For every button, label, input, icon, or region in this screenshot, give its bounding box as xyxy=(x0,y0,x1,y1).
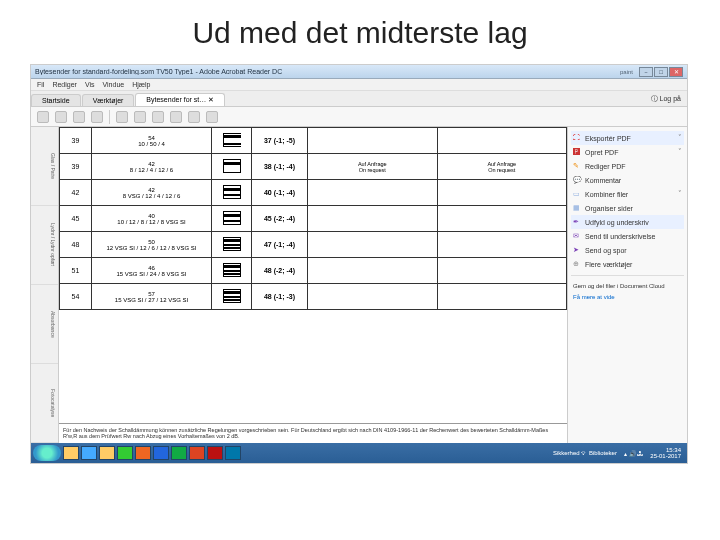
cell-left: 48 xyxy=(60,232,92,258)
cloud-link[interactable]: Få mere at vide xyxy=(571,292,684,302)
panel-item[interactable]: 💬Kommentar xyxy=(571,173,684,187)
panel-icon: ➤ xyxy=(573,246,581,254)
cell-mid: 5410 / 50 / 4 xyxy=(92,128,212,154)
cell-left: 54 xyxy=(60,284,92,310)
cell-mid: 428 VSG / 12 / 4 / 12 / 6 xyxy=(92,180,212,206)
cell-left: 42 xyxy=(60,180,92,206)
panel-label: Kombiner filer xyxy=(585,191,628,198)
window-title: Bytesender for standard-fordeling.som TV… xyxy=(35,68,620,75)
cell-value: 48 (-2; -4) xyxy=(252,258,308,284)
table-row: 545715 VSG SI / 27 / 12 VSG SI48 (-1; -3… xyxy=(60,284,567,310)
cell-value: 40 (-1; -4) xyxy=(252,180,308,206)
rail-item[interactable]: Glas / Patte xyxy=(31,127,58,206)
menu-help[interactable]: Hjælp xyxy=(132,81,150,88)
save-icon[interactable] xyxy=(37,111,49,123)
panel-item[interactable]: ➤Send og spor xyxy=(571,243,684,257)
taskbar-app-excel[interactable] xyxy=(171,446,187,460)
panel-label: Kommentar xyxy=(585,177,621,184)
panel-item[interactable]: ▭Kombiner filer˅ xyxy=(571,187,684,201)
panel-label: Opret PDF xyxy=(585,149,618,156)
panel-item[interactable]: 🅿Opret PDF˅ xyxy=(571,145,684,159)
panel-icon: 💬 xyxy=(573,176,581,184)
table-row: 514615 VSG SI / 24 / 8 VSG SI48 (-2; -4) xyxy=(60,258,567,284)
cell-pane-icon xyxy=(212,206,252,232)
panel-icon: ⛶ xyxy=(573,134,581,142)
cell-mid: 4010 / 12 / 8 / 12 / 8 VSG SI xyxy=(92,206,212,232)
cell-note2 xyxy=(437,284,567,310)
rail-item[interactable]: Fotocatalyse xyxy=(31,364,58,443)
cell-value: 45 (-2; -4) xyxy=(252,206,308,232)
tab-tools[interactable]: Værktøjer xyxy=(82,94,135,106)
cell-pane-icon xyxy=(212,180,252,206)
cell-left: 45 xyxy=(60,206,92,232)
taskbar-app-ppt[interactable] xyxy=(189,446,205,460)
cell-mid: 5715 VSG SI / 27 / 12 VSG SI xyxy=(92,284,212,310)
panel-item[interactable]: ✎Rediger PDF xyxy=(571,159,684,173)
menu-fil[interactable]: Fil xyxy=(37,81,44,88)
menu-rediger[interactable]: Rediger xyxy=(52,81,77,88)
document-view[interactable]: 395410 / 50 / 437 (-1; -5)39428 / 12 / 4… xyxy=(59,127,567,443)
info-icon: ⓘ xyxy=(651,95,658,102)
panel-item[interactable]: ▦Organiser sider xyxy=(571,201,684,215)
taskbar-app-ie[interactable] xyxy=(81,446,97,460)
toolbar xyxy=(31,107,687,127)
cell-note1: Auf AnfrageOn request xyxy=(308,154,438,180)
tab-home[interactable]: Startside xyxy=(31,94,81,106)
taskbar-app-explorer[interactable] xyxy=(63,446,79,460)
cell-pane-icon xyxy=(212,154,252,180)
login-link[interactable]: ⓘ Log på xyxy=(645,92,687,106)
minimize-button[interactable]: － xyxy=(639,67,653,77)
hand-icon[interactable] xyxy=(206,111,218,123)
slide-title: Ud med det midterste lag xyxy=(0,0,720,60)
cell-mid: 428 / 12 / 4 / 12 / 6 xyxy=(92,154,212,180)
tab-document[interactable]: Bytesender for st… ✕ xyxy=(135,93,225,106)
nav-left-icon[interactable] xyxy=(116,111,128,123)
system-tray[interactable]: Sikkerhed ᯤ Biblioteker ▴ 🔊 🖧 15:34 25-0… xyxy=(549,447,685,459)
cell-note1 xyxy=(308,206,438,232)
rail-item[interactable]: Absorbance xyxy=(31,285,58,364)
cell-left: 39 xyxy=(60,128,92,154)
taskbar: Sikkerhed ᯤ Biblioteker ▴ 🔊 🖧 15:34 25-0… xyxy=(31,443,687,463)
table-row: 39428 / 12 / 4 / 12 / 638 (-1; -4)Auf An… xyxy=(60,154,567,180)
table-row: 42428 VSG / 12 / 4 / 12 / 640 (-1; -4) xyxy=(60,180,567,206)
cell-value: 37 (-1; -5) xyxy=(252,128,308,154)
tab-bar: Startside Værktøjer Bytesender for st… ✕… xyxy=(31,91,687,107)
taskbar-app-chrome[interactable] xyxy=(117,446,133,460)
nav-right-icon[interactable] xyxy=(134,111,146,123)
menu-vindue[interactable]: Vindue xyxy=(103,81,125,88)
cell-value: 48 (-1; -3) xyxy=(252,284,308,310)
cell-note2 xyxy=(437,258,567,284)
cell-note2: Auf AnfrageOn request xyxy=(437,154,567,180)
mail-icon[interactable] xyxy=(73,111,85,123)
taskbar-app-firefox[interactable] xyxy=(135,446,151,460)
zoom-in-icon[interactable] xyxy=(170,111,182,123)
close-button[interactable]: ✕ xyxy=(669,67,683,77)
panel-item[interactable]: ✒Udfyld og underskriv xyxy=(571,215,684,229)
cell-note1 xyxy=(308,128,438,154)
cell-value: 38 (-1; -4) xyxy=(252,154,308,180)
menu-vis[interactable]: Vis xyxy=(85,81,95,88)
maximize-button[interactable]: □ xyxy=(654,67,668,77)
table-row: 454010 / 12 / 8 / 12 / 8 VSG SI45 (-2; -… xyxy=(60,206,567,232)
panel-item[interactable]: ⊕Flere værktøjer xyxy=(571,257,684,271)
panel-label: Organiser sider xyxy=(585,205,633,212)
start-button[interactable] xyxy=(33,445,61,461)
panel-label: Flere værktøjer xyxy=(585,261,632,268)
search-icon[interactable] xyxy=(91,111,103,123)
taskbar-app-acrobat[interactable] xyxy=(207,446,223,460)
titlebar: Bytesender for standard-fordeling.som TV… xyxy=(31,65,687,79)
rail-item[interactable]: Lydnr / Lydnr opført xyxy=(31,206,58,285)
cell-note2 xyxy=(437,128,567,154)
panel-icon: ▭ xyxy=(573,190,581,198)
fit-icon[interactable] xyxy=(188,111,200,123)
panel-item[interactable]: ✉Send til underskrivelse xyxy=(571,229,684,243)
taskbar-app-folder[interactable] xyxy=(99,446,115,460)
cell-pane-icon xyxy=(212,128,252,154)
print-icon[interactable] xyxy=(55,111,67,123)
taskbar-app-word[interactable] xyxy=(153,446,169,460)
zoom-out-icon[interactable] xyxy=(152,111,164,123)
acrobat-window: Bytesender for standard-fordeling.som TV… xyxy=(30,64,688,464)
panel-icon: ✎ xyxy=(573,162,581,170)
panel-item[interactable]: ⛶Eksportér PDF˅ xyxy=(571,131,684,145)
taskbar-app-outlook[interactable] xyxy=(225,446,241,460)
